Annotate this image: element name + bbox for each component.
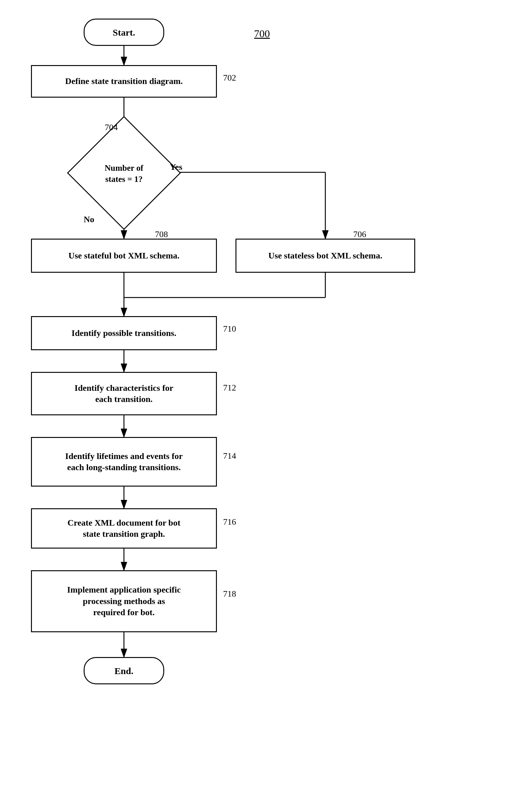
start-node: Start. [84,19,164,46]
no-label: No [84,214,94,224]
flowchart-diagram: 700 Start. Define state transition diagr… [0,0,519,812]
node-718: Implement application specific processin… [31,570,217,632]
ref-710: 710 [223,324,236,334]
node-706: Use stateless bot XML schema. [235,239,415,273]
node-714: Identify lifetimes and events for each l… [31,437,217,487]
node-704-text: Number of states = 1? [59,140,189,208]
ref-714: 714 [223,451,236,461]
node-702: Define state transition diagram. [31,65,217,98]
diagram-title: 700 [254,28,270,40]
node-708: Use stateful bot XML schema. [31,239,217,273]
ref-716: 716 [223,517,236,527]
ref-704: 704 [105,122,118,132]
node-716: Create XML document for bot state transi… [31,508,217,549]
ref-702: 702 [223,73,236,83]
node-712: Identify characteristics for each transi… [31,372,217,415]
ref-708: 708 [155,229,168,239]
yes-label: Yes [170,162,182,172]
ref-706: 706 [353,229,366,239]
ref-718: 718 [223,589,236,599]
node-710: Identify possible transitions. [31,316,217,350]
end-node: End. [84,657,164,684]
ref-712: 712 [223,383,236,393]
